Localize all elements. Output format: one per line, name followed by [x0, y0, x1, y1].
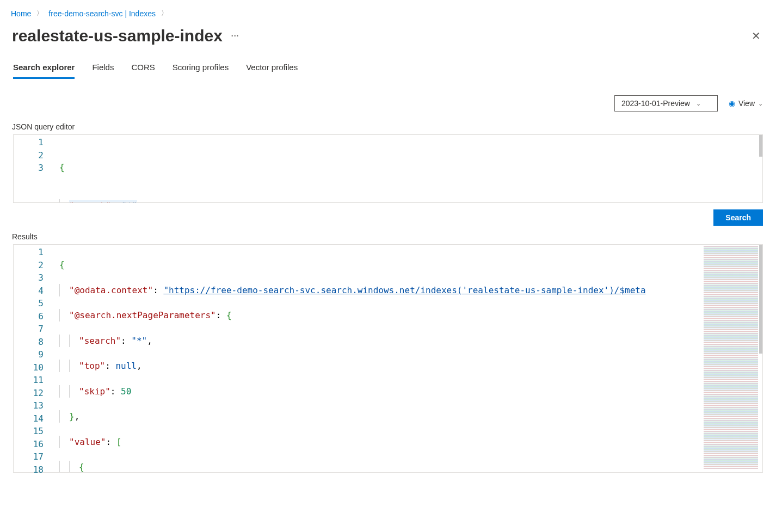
query-editor-label: JSON query editor [0, 122, 776, 134]
close-icon[interactable]: ✕ [747, 27, 765, 45]
tab-vector-profiles[interactable]: Vector profiles [246, 58, 298, 79]
scrollbar[interactable] [759, 245, 762, 354]
eye-icon: ◉ [729, 99, 735, 108]
search-button[interactable]: Search [713, 209, 763, 226]
results-label: Results [0, 232, 776, 244]
breadcrumb-home[interactable]: Home [11, 9, 31, 18]
editor-gutter: 1 2 3 [14, 135, 54, 202]
tab-scoring-profiles[interactable]: Scoring profiles [173, 58, 229, 79]
api-version-select[interactable]: 2023-10-01-Preview ⌄ [614, 95, 718, 112]
editor-body[interactable]: { "@odata.context": "https://free-demo-s… [54, 245, 762, 472]
breadcrumb-service[interactable]: free-demo-search-svc | Indexes [48, 9, 156, 18]
tab-cors[interactable]: CORS [131, 58, 155, 79]
chevron-right-icon: 〉 [161, 9, 168, 18]
page-title: realestate-us-sample-index ··· [12, 27, 239, 45]
tab-bar: Search explorer Fields CORS Scoring prof… [0, 58, 776, 79]
view-toggle[interactable]: ◉ View ⌄ [729, 99, 763, 108]
json-query-editor[interactable]: 1 2 3 { "search":·"*" } [13, 134, 763, 203]
chevron-right-icon: 〉 [36, 9, 43, 18]
chevron-down-icon: ⌄ [758, 100, 763, 107]
tab-fields[interactable]: Fields [92, 58, 114, 79]
more-actions-button[interactable]: ··· [231, 32, 239, 40]
tab-search-explorer[interactable]: Search explorer [13, 58, 75, 79]
scrollbar[interactable] [759, 135, 762, 157]
breadcrumb: Home 〉 free-demo-search-svc | Indexes 〉 [0, 0, 776, 22]
editor-gutter: 1 2 3 4 5 6 7 8 9 10 11 12 13 14 15 16 1… [14, 245, 54, 472]
chevron-down-icon: ⌄ [696, 100, 701, 107]
results-editor[interactable]: 1 2 3 4 5 6 7 8 9 10 11 12 13 14 15 16 1… [13, 244, 763, 473]
editor-body[interactable]: { "search":·"*" } [54, 135, 762, 202]
